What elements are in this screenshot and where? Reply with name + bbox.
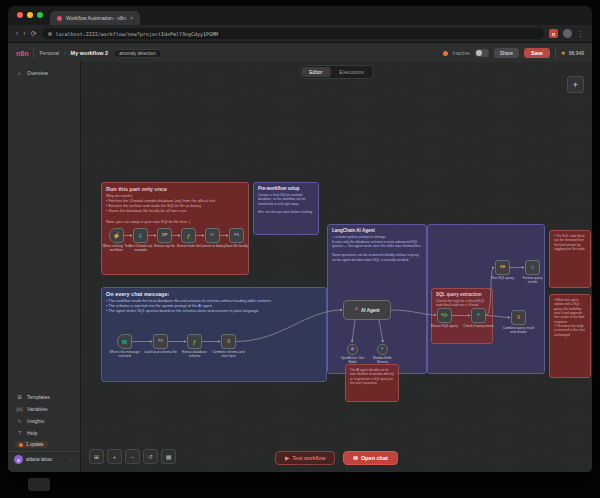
node-combine-result[interactable]: {} Combine query result and answer [511,310,526,335]
node-manual-trigger[interactable]: ⚡ When clicking ‘Test workflow’ [109,228,124,253]
database-icon: DB [500,266,505,270]
forward-icon[interactable]: › [23,30,25,37]
node-label: Extract SQL query [428,325,462,329]
node-run-query[interactable]: DB Run SQL query [495,260,510,281]
node-extract-zip[interactable]: ZIP Extract zip file [157,228,172,249]
sql-icon: SQL [441,314,448,318]
sidebar-item-overview[interactable]: ⌂ Overview [8,67,80,79]
sticky-every-chat[interactable]: On every chat message: • The workflow re… [101,287,327,382]
workflow-canvas[interactable]: Editor Executions + Run this part only o… [81,62,592,472]
insights-icon: ∿ [16,418,23,424]
node-label: Extract database schema [178,351,212,359]
site-info-icon[interactable] [48,32,52,36]
user-avatar: a [14,455,23,464]
tab-title: Workflow Automation - n8n [66,15,126,21]
function-icon: ƒ [193,339,196,345]
sidebar-item-templates[interactable]: ⊞ Templates [8,391,80,403]
node-check-query[interactable]: IF Check if query exists [471,308,486,329]
sidebar: ⌂ Overview ⊞ Templates (x) Variables ∿ I… [8,62,81,472]
sticky-pre-setup-title: Pre-workflow setup [258,186,314,191]
browser-profile-avatar[interactable] [563,29,572,38]
sticky-agent-warning[interactable]: The AI agent decides on its own whether … [345,364,399,402]
chat-bubble-icon: ✉ [353,455,358,461]
node-combine-input[interactable]: {} Combine schema and chat input [221,334,236,359]
open-chat-button[interactable]: ✉ Open chat [343,451,398,465]
maximize-window-button[interactable] [37,12,43,18]
templates-icon: ⊞ [16,394,23,400]
sidebar-overview-label: Overview [27,70,48,76]
url-text: localhost:2222/workflow/new?projectId=Pm… [56,31,219,37]
node-save-file[interactable]: FS Save file locally [229,228,244,249]
node-label: Combine schema and chat input [212,351,246,359]
add-node-button[interactable]: + [567,76,584,93]
tab-executions[interactable]: Executions [331,67,371,77]
save-button[interactable]: Save [524,48,550,58]
workflow-name[interactable]: My workflow 2 [71,50,109,56]
browser-menu-icon[interactable]: ⋮ [577,30,584,37]
browser-toolbar: ‹ › ⟳ localhost:2222/workflow/new?projec… [8,25,592,43]
node-extract-sql[interactable]: SQL Extract SQL query [437,308,452,329]
n8n-logo[interactable]: n8n [16,50,28,57]
node-label: When chat message received [108,351,142,359]
sidebar-help-label: Help [27,430,37,436]
node-chat-model[interactable]: ◈ OpenRouter Chat Model [347,344,358,364]
node-load-schema[interactable]: FS Load local schema file [153,334,168,355]
zap-icon: ⚡ [113,233,121,239]
sidebar-item-help[interactable]: ? Help [8,427,80,439]
test-workflow-button[interactable]: ▶ Test workflow [275,451,335,465]
user-more-icon[interactable]: ⋯ [69,457,74,463]
node-convert-binary[interactable]: 01 Convert to binary [205,228,220,249]
sticky-run-once-body: Why we need it: • Fetches the Chinook sa… [106,194,244,225]
workflow-tag[interactable]: anomaly detection [113,49,162,58]
back-icon[interactable]: ‹ [16,30,18,37]
open-chat-label: Open chat [361,455,388,461]
sticky-run-once-title: Run this part only once [106,186,244,192]
node-label: Run SQL query [489,277,517,281]
address-bar[interactable]: localhost:2222/workflow/new?projectId=Pm… [42,28,544,39]
sticky-result-toggle[interactable]: • The SQL code block can be removed from… [549,230,591,288]
node-chat-trigger[interactable]: ✉ When chat message received [117,334,132,359]
node-extract-file[interactable]: ƒ Extract from file [181,228,196,249]
node-memory[interactable]: ≡ Window Buffer Memory [377,344,388,364]
user-menu[interactable]: a aldana lalcec ⋯ [8,451,80,467]
minimize-window-button[interactable] [27,12,33,18]
memory-icon: ≡ [381,347,384,352]
dock-item[interactable] [28,478,50,491]
tab-editor[interactable]: Editor [301,67,330,77]
filesystem-icon: FS [158,340,162,344]
browser-window: Workflow Automation - n8n × ‹ › ⟳ localh… [8,6,592,472]
node-extract-schema[interactable]: ƒ Extract database schema [187,334,202,359]
node-get-zip[interactable]: ⇩ Get Chinook zip example [133,228,148,253]
star-icon: ★ [561,50,566,56]
toggle-knob [476,50,482,56]
sticky-result-merge[interactable]: • When the agent replies with a SQL quer… [549,294,591,378]
sidebar-item-variables[interactable]: (x) Variables [8,403,80,415]
sticky-result-toggle-body: • The SQL code block can be removed from… [554,234,586,251]
view-tabs: Editor Executions [299,65,374,79]
breadcrumb-separator: / [64,50,65,56]
ai-agent-label: AI Agent [361,308,379,313]
node-label: Combine query result and answer [502,327,536,335]
breadcrumb-project[interactable]: Personal [39,50,59,56]
app-header: n8n Personal / My workflow 2 anomaly det… [8,43,592,64]
github-stars-badge[interactable]: ★ 98,949 [561,50,584,56]
model-icon: ◈ [351,347,354,352]
variables-icon: (x) [16,406,23,412]
node-format-results[interactable]: {} Format query results [525,260,540,285]
updates-badge[interactable]: 1 update [15,441,48,448]
node-ai-agent[interactable]: AI AI Agent [343,300,391,320]
active-toggle[interactable] [475,49,489,57]
sidebar-item-insights[interactable]: ∿ Insights [8,415,80,427]
set-icon: {} [227,340,230,344]
share-button[interactable]: Share [494,48,519,58]
tab-close-icon[interactable]: × [130,15,134,21]
node-label: Save file locally [220,245,254,249]
reload-icon[interactable]: ⟳ [31,30,37,37]
tab-favicon-icon [57,16,62,21]
sticky-pre-setup[interactable]: Pre-workflow setup Creates a local SQLit… [253,182,319,235]
extension-badge-icon[interactable]: n [549,29,558,38]
status-dot-icon [443,51,448,56]
zip-icon: ZIP [162,234,167,238]
browser-tab[interactable]: Workflow Automation - n8n × [50,11,140,25]
close-window-button[interactable] [17,12,23,18]
